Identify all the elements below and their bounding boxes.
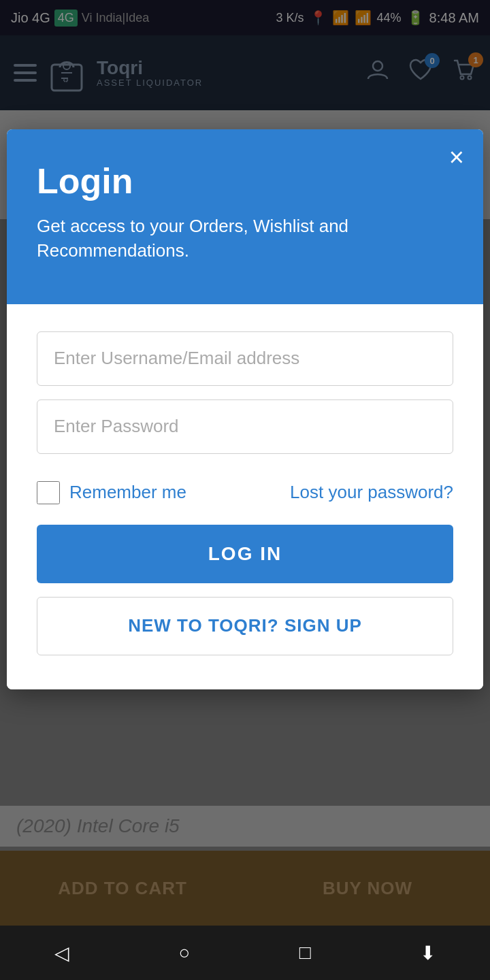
login-button[interactable]: LOG IN xyxy=(37,525,453,583)
back-button[interactable]: ◁ xyxy=(54,942,69,964)
signup-button[interactable]: NEW TO TOQRI? SIGN UP xyxy=(37,597,453,655)
down-button[interactable]: ⬇ xyxy=(420,942,436,964)
recent-button[interactable]: □ xyxy=(299,942,311,964)
email-input[interactable] xyxy=(37,331,453,386)
modal-title: Login xyxy=(37,161,453,201)
remember-row: Remember me Lost your password? xyxy=(37,481,453,504)
modal-header: × Login Get access to your Orders, Wishl… xyxy=(7,129,483,304)
login-modal: × Login Get access to your Orders, Wishl… xyxy=(7,129,483,689)
modal-body: Remember me Lost your password? LOG IN N… xyxy=(7,304,483,689)
password-input[interactable] xyxy=(37,399,453,454)
remember-label: Remember me xyxy=(69,482,186,503)
remember-left: Remember me xyxy=(37,481,186,504)
android-nav-bar: ◁ ○ □ ⬇ xyxy=(0,926,490,980)
home-button[interactable]: ○ xyxy=(178,942,190,964)
modal-close-button[interactable]: × xyxy=(449,144,464,170)
forgot-password-link[interactable]: Lost your password? xyxy=(290,482,453,503)
modal-subtitle: Get access to your Orders, Wishlist and … xyxy=(37,214,391,263)
remember-me-checkbox[interactable] xyxy=(37,481,60,504)
